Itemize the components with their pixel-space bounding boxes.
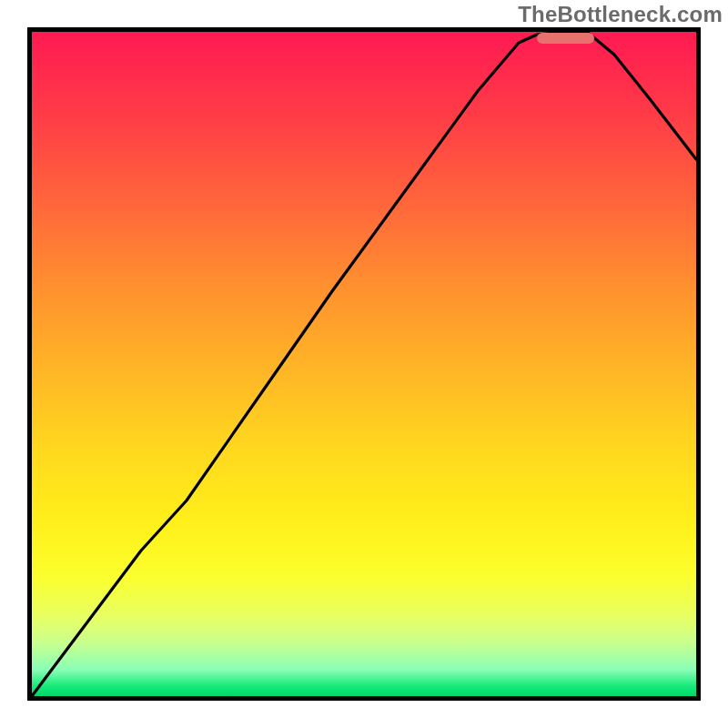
watermark-text: TheBottleneck.com	[518, 2, 723, 27]
optimal-marker	[537, 33, 594, 44]
chart-svg	[32, 32, 696, 696]
chart-stage: TheBottleneck.com	[0, 0, 728, 728]
curve-path	[32, 32, 696, 696]
chart-frame	[27, 27, 701, 701]
